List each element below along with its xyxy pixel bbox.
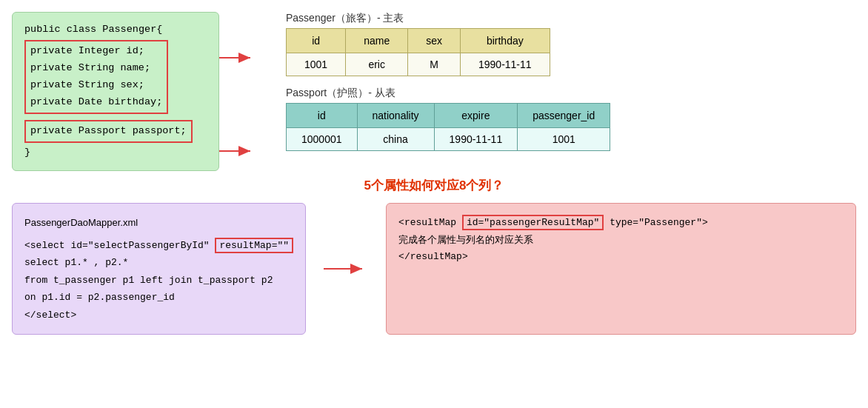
passenger-data-row: 1001 eric M 1990-11-11 — [287, 53, 550, 76]
col-nationality: nationality — [357, 104, 434, 128]
col-passenger-id: passenger_id — [518, 104, 610, 128]
xml-line-on: on p1.id = p2.passenger_id — [24, 289, 293, 306]
passport-nationality: china — [357, 128, 434, 151]
passport-id-val: 1000001 — [287, 128, 358, 151]
xml-box-right: <resultMap id="passengerResultMap" type=… — [386, 203, 856, 335]
passport-table-label: Passport（护照）- 从表 — [286, 87, 856, 100]
passenger-table-label: Passenger（旅客）- 主表 — [286, 12, 856, 25]
xml-resultmap-line: <resultMap id="passengerResultMap" type=… — [398, 214, 844, 231]
xml-line-from: from t_passenger p1 left join t_passport… — [24, 272, 293, 289]
xml-resultmap-open: <resultMap — [398, 217, 462, 228]
col-id: id — [287, 29, 346, 53]
col-passport-id: id — [287, 104, 358, 128]
bottom-arrow-svg — [324, 254, 368, 284]
passport-table-section: Passport（护照）- 从表 id nationality expire p… — [249, 87, 856, 151]
tables-with-arrows: Passenger（旅客）- 主表 id name sex birthday 1… — [219, 12, 856, 151]
xml-select-open: <select id="selectPassengerById" — [24, 240, 215, 251]
xml-select-line: <select id="selectPassengerById" resultM… — [24, 237, 293, 254]
field-id: private Integer id; — [30, 43, 162, 60]
passenger-id: 1001 — [287, 53, 346, 76]
code-close-brace: } — [24, 144, 207, 161]
xml-box-left: PassengerDaoMapper.xml <select id="selec… — [12, 203, 306, 335]
passenger-header-row: id name sex birthday — [287, 29, 550, 53]
passenger-table-section: Passenger（旅客）- 主表 id name sex birthday 1… — [249, 12, 856, 76]
field-name: private String name; — [30, 60, 162, 77]
passport-header-row: id nationality expire passenger_id — [287, 104, 610, 128]
question-text: 5个属性如何对应8个列？ — [364, 178, 504, 193]
passenger-sex: M — [408, 53, 461, 76]
passenger-name: eric — [346, 53, 408, 76]
xml-id-highlight: id="passengerResultMap" — [462, 215, 604, 230]
passenger-birthday: 1990-11-11 — [460, 53, 550, 76]
xml-resultmap-type: type="Passenger"> — [604, 217, 707, 228]
col-birthday: birthday — [460, 29, 550, 53]
question-row: 5个属性如何对应8个列？ — [12, 177, 856, 194]
xml-line-close-select: </select> — [24, 307, 293, 324]
top-section: public class Passenger{ private Integer … — [12, 12, 856, 171]
field-birthday: private Date birthday; — [30, 94, 162, 111]
xml-resultmap-highlight: resultMap="" — [215, 238, 293, 253]
passport-expire: 1990-11-11 — [434, 128, 518, 151]
passenger-table: id name sex birthday 1001 eric M 1990-11… — [286, 28, 550, 76]
code-basic-fields: private Integer id; private String name;… — [24, 40, 168, 114]
code-passport-field: private Passport passport; — [24, 120, 193, 143]
code-class-declaration: public class Passenger{ — [24, 21, 207, 39]
xml-resultmap-desc: 完成各个属性与列名的对应关系 — [398, 231, 844, 248]
code-box-passenger: public class Passenger{ private Integer … — [12, 12, 219, 171]
xml-filename: PassengerDaoMapper.xml — [24, 214, 293, 231]
xml-resultmap-close: </resultMap> — [398, 248, 844, 265]
field-sex: private String sex; — [30, 77, 162, 94]
passport-data-row: 1000001 china 1990-11-11 1001 — [287, 128, 610, 151]
col-name: name — [346, 29, 408, 53]
passport-table: id nationality expire passenger_id 10000… — [286, 103, 610, 151]
passport-passenger-id: 1001 — [518, 128, 610, 151]
col-expire: expire — [434, 104, 518, 128]
col-sex: sex — [408, 29, 461, 53]
bottom-arrow-container — [324, 203, 368, 335]
bottom-section: PassengerDaoMapper.xml <select id="selec… — [12, 203, 856, 335]
xml-line-select: select p1.* , p2.* — [24, 254, 293, 271]
xml-select-body: select p1.* , p2.* from t_passenger p1 l… — [24, 254, 293, 324]
